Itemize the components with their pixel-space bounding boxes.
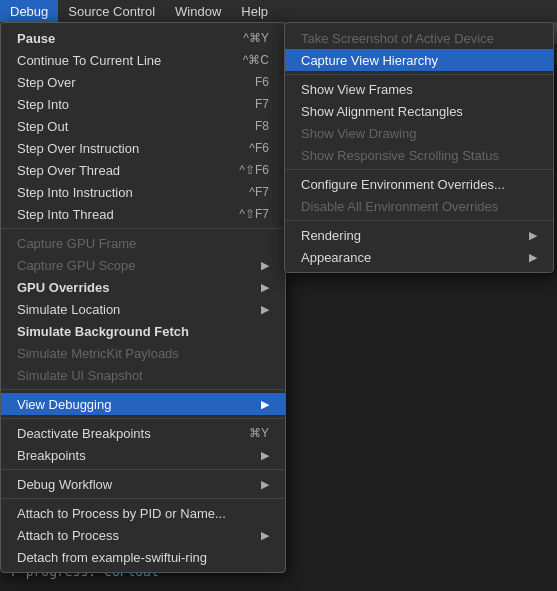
menu-debug[interactable]: Debug [0, 0, 58, 22]
menu-item-detach[interactable]: Detach from example-swiftui-ring [1, 546, 285, 568]
menu-item-continue[interactable]: Continue To Current Line ^⌘C [1, 49, 285, 71]
menu-source-control[interactable]: Source Control [58, 0, 165, 22]
menu-item-step-over[interactable]: Step Over F6 [1, 71, 285, 93]
submenu-capture-view-hierarchy[interactable]: Capture View Hierarchy [285, 49, 553, 71]
menu-item-debug-workflow[interactable]: Debug Workflow ▶ [1, 473, 285, 495]
menu-item-deactivate-breakpoints[interactable]: Deactivate Breakpoints ⌘Y [1, 422, 285, 444]
menu-bar: Debug Source Control Window Help [0, 0, 557, 22]
menu-item-simulate-background-fetch[interactable]: Simulate Background Fetch [1, 320, 285, 342]
separator-3 [1, 418, 285, 419]
submenu-disable-all-overrides: Disable All Environment Overrides [285, 195, 553, 217]
menu-item-step-into-instruction[interactable]: Step Into Instruction ^F7 [1, 181, 285, 203]
submenu-show-alignment-rectangles[interactable]: Show Alignment Rectangles [285, 100, 553, 122]
menu-window[interactable]: Window [165, 0, 231, 22]
menu-item-step-over-thread[interactable]: Step Over Thread ^⇧F6 [1, 159, 285, 181]
submenu-show-view-frames[interactable]: Show View Frames [285, 78, 553, 100]
menu-item-attach-by-pid[interactable]: Attach to Process by PID or Name... [1, 502, 285, 524]
menu-item-breakpoints[interactable]: Breakpoints ▶ [1, 444, 285, 466]
menu-item-capture-gpu-frame: Capture GPU Frame [1, 232, 285, 254]
submenu-take-screenshot: Take Screenshot of Active Device [285, 27, 553, 49]
submenu-appearance[interactable]: Appearance ▶ [285, 246, 553, 268]
menu-item-step-out[interactable]: Step Out F8 [1, 115, 285, 137]
separator-4 [1, 469, 285, 470]
separator-1 [1, 228, 285, 229]
menu-item-simulate-location[interactable]: Simulate Location ▶ [1, 298, 285, 320]
menu-item-pause[interactable]: Pause ^⌘Y [1, 27, 285, 49]
submenu-show-responsive-scrolling: Show Responsive Scrolling Status [285, 144, 553, 166]
submenu-separator-1 [285, 74, 553, 75]
separator-5 [1, 498, 285, 499]
menu-item-view-debugging[interactable]: View Debugging ▶ [1, 393, 285, 415]
submenu-show-view-drawing: Show View Drawing [285, 122, 553, 144]
menu-item-step-over-instruction[interactable]: Step Over Instruction ^F6 [1, 137, 285, 159]
menu-item-simulate-metrickit: Simulate MetricKit Payloads [1, 342, 285, 364]
menu-item-attach-to-process[interactable]: Attach to Process ▶ [1, 524, 285, 546]
submenu-separator-3 [285, 220, 553, 221]
separator-2 [1, 389, 285, 390]
menu-item-gpu-overrides[interactable]: GPU Overrides ▶ [1, 276, 285, 298]
menu-item-capture-gpu-scope: Capture GPU Scope ▶ [1, 254, 285, 276]
submenu-configure-environment[interactable]: Configure Environment Overrides... [285, 173, 553, 195]
view-debugging-submenu: Take Screenshot of Active Device Capture… [284, 22, 554, 273]
menu-item-step-into[interactable]: Step Into F7 [1, 93, 285, 115]
menu-item-step-into-thread[interactable]: Step Into Thread ^⇧F7 [1, 203, 285, 225]
menu-item-simulate-ui-snapshot: Simulate UI Snapshot [1, 364, 285, 386]
debug-dropdown: Pause ^⌘Y Continue To Current Line ^⌘C S… [0, 22, 286, 573]
submenu-separator-2 [285, 169, 553, 170]
menu-help[interactable]: Help [231, 0, 278, 22]
submenu-rendering[interactable]: Rendering ▶ [285, 224, 553, 246]
